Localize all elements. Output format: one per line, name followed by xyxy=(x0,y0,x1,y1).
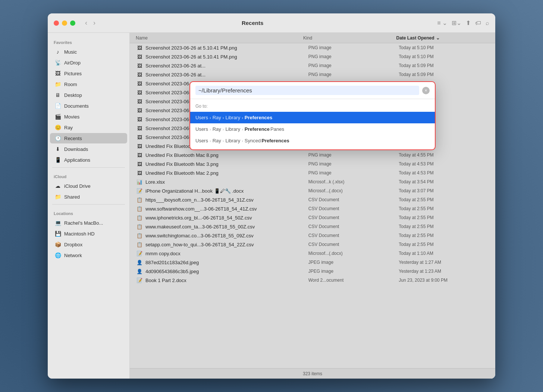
sidebar-item-movies[interactable]: 🎬 Movies xyxy=(50,111,127,122)
documents-icon: 📄 xyxy=(54,102,61,109)
airdrop-icon: 📡 xyxy=(54,59,61,66)
icloud-drive-icon: ☁ xyxy=(54,183,61,189)
sidebar-item-label: Applications xyxy=(64,157,90,163)
finder-window: ‹ › Recents ≡ ⌄ ⊞⌄ ⬆ 🏷 ⌕ Favorites ♪ Mus… xyxy=(48,13,495,379)
sidebar-item-shared[interactable]: 📁 Shared xyxy=(50,192,127,202)
sidebar-item-label: Rachel's MacBo... xyxy=(64,220,103,226)
rachels-mac-icon: 💻 xyxy=(54,219,61,226)
sidebar-item-desktop[interactable]: 🖥 Desktop xyxy=(50,90,127,100)
sidebar-item-airdrop[interactable]: 📡 AirDrop xyxy=(50,57,127,68)
sidebar-item-label: Music xyxy=(64,49,77,55)
downloads-icon: ⬇ xyxy=(54,146,61,152)
view-icon[interactable]: ≡ ⌄ xyxy=(437,19,447,26)
sidebar-divider-2 xyxy=(52,204,125,205)
content-area: Favorites ♪ Music 📡 AirDrop 🖼 Pictures 📁… xyxy=(48,33,495,379)
dropbox-icon: 📦 xyxy=(54,241,61,248)
file-area: Name Kind Date Last Opened ⌄ 🖼 Screensho… xyxy=(130,33,495,379)
goto-input[interactable] xyxy=(195,86,419,95)
sidebar-item-label: Documents xyxy=(64,103,89,109)
sidebar-item-label: iCloud Drive xyxy=(64,183,91,189)
window-title: Recents xyxy=(72,20,433,26)
sidebar-item-dropbox[interactable]: 📦 Dropbox xyxy=(50,239,127,250)
sidebar-item-music[interactable]: ♪ Music xyxy=(50,47,127,57)
recents-icon: 🕐 xyxy=(54,135,61,142)
sidebar-item-recents[interactable]: 🕐 Recents xyxy=(50,133,127,143)
close-button[interactable] xyxy=(54,20,59,26)
sidebar-item-downloads[interactable]: ⬇ Downloads xyxy=(50,144,127,154)
arrange-icon[interactable]: ⊞⌄ xyxy=(452,19,461,26)
sidebar-item-label: Movies xyxy=(64,114,79,120)
sidebar-item-documents[interactable]: 📄 Documents xyxy=(50,101,127,111)
goto-overlay: × Go to: Users › Ray › Library › xyxy=(130,33,495,379)
sidebar: Favorites ♪ Music 📡 AirDrop 🖼 Pictures 📁… xyxy=(48,33,130,379)
music-icon: ♪ xyxy=(54,48,61,55)
sidebar-item-network[interactable]: 🌐 Network xyxy=(50,250,127,260)
sidebar-item-pictures[interactable]: 🖼 Pictures xyxy=(50,68,127,79)
favorites-label: Favorites xyxy=(48,36,129,46)
goto-input-area: × xyxy=(190,82,435,99)
share-icon[interactable]: ⬆ xyxy=(466,19,471,26)
sidebar-item-label: Downloads xyxy=(64,146,88,152)
sidebar-item-macintosh-hd[interactable]: 💾 Macintosh HD xyxy=(50,228,127,239)
sidebar-item-ray[interactable]: 😊 Ray xyxy=(50,122,127,133)
desktop-icon: 🖥 xyxy=(54,92,61,98)
title-bar: ‹ › Recents ≡ ⌄ ⊞⌄ ⬆ 🏷 ⌕ xyxy=(48,13,495,33)
goto-suggestion-3[interactable]: Users › Ray › Library › SyncedPreference… xyxy=(190,135,435,146)
sidebar-item-label: Dropbox xyxy=(64,242,82,247)
macintosh-hd-icon: 💾 xyxy=(54,230,61,237)
goto-suggestion-1[interactable]: Users › Ray › Library › Preferences xyxy=(190,112,435,123)
sidebar-item-label: Desktop xyxy=(64,92,82,98)
sidebar-item-label: AirDrop xyxy=(64,60,81,66)
goto-suggestions: Go to: Users › Ray › Library › Preferenc… xyxy=(190,99,435,149)
goto-dialog: × Go to: Users › Ray › Library › xyxy=(189,81,436,150)
sidebar-divider-1 xyxy=(52,167,125,168)
tag-icon[interactable]: 🏷 xyxy=(475,20,481,26)
sidebar-item-label: Ray xyxy=(64,125,73,130)
goto-suggestion-2[interactable]: Users › Ray › Library › PreferencePanes xyxy=(190,123,435,135)
pictures-icon: 🖼 xyxy=(54,70,61,77)
sidebar-item-label: Recents xyxy=(64,136,82,141)
network-icon: 🌐 xyxy=(54,252,61,259)
sidebar-item-label: Network xyxy=(64,253,82,258)
ray-icon: 😊 xyxy=(54,124,61,131)
room-icon: 📁 xyxy=(54,81,61,88)
sidebar-item-label: Pictures xyxy=(64,71,82,76)
toolbar-right: ≡ ⌄ ⊞⌄ ⬆ 🏷 ⌕ xyxy=(437,19,489,26)
search-icon[interactable]: ⌕ xyxy=(486,20,489,26)
sidebar-item-applications[interactable]: 📱 Applications xyxy=(50,155,127,165)
sidebar-item-label: Shared xyxy=(64,194,80,200)
sidebar-item-label: Room xyxy=(64,82,77,87)
sidebar-item-icloud-drive[interactable]: ☁ iCloud Drive xyxy=(50,181,127,191)
sidebar-item-room[interactable]: 📁 Room xyxy=(50,79,127,89)
minimize-button[interactable] xyxy=(62,20,67,26)
sidebar-item-rachels-mac[interactable]: 💻 Rachel's MacBo... xyxy=(50,218,127,228)
locations-label: Locations xyxy=(48,207,129,217)
goto-clear-button[interactable]: × xyxy=(422,87,430,94)
goto-label: Go to: xyxy=(190,102,435,112)
icloud-label: iCloud xyxy=(48,170,129,180)
shared-icon: 📁 xyxy=(54,193,61,200)
applications-icon: 📱 xyxy=(54,157,61,163)
sidebar-item-label: Macintosh HD xyxy=(64,231,95,237)
movies-icon: 🎬 xyxy=(54,113,61,120)
